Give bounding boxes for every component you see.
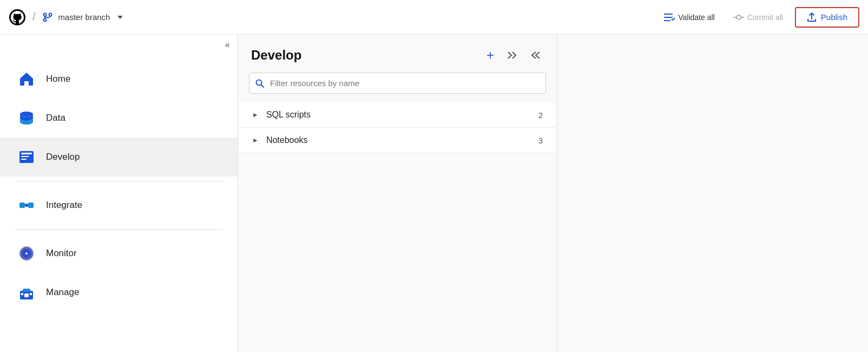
svg-point-1 [43,13,46,16]
content-title: Develop [251,48,477,63]
sidebar-item-home[interactable]: Home [0,60,238,99]
svg-point-7 [737,15,741,19]
svg-point-18 [25,204,28,207]
sidebar-nav: Home Data [0,55,238,352]
publish-icon [807,12,817,22]
sql-scripts-chevron: ► [252,111,259,119]
sidebar: « Home Da [0,35,238,352]
add-resource-button[interactable]: + [483,45,497,65]
sidebar-item-develop[interactable]: Develop [0,138,238,177]
svg-point-22 [25,252,28,255]
collapse-panel-button[interactable] [528,49,544,62]
commit-all-button[interactable]: Commit all [727,10,790,25]
sidebar-item-monitor[interactable]: Monitor [0,234,238,273]
sidebar-item-integrate-label: Integrate [46,200,82,211]
develop-icon [17,147,36,167]
svg-rect-12 [21,153,32,154]
sidebar-item-integrate[interactable]: Integrate [0,186,238,225]
search-input[interactable] [249,73,546,94]
sql-scripts-item[interactable]: ► SQL scripts 2 [239,102,556,128]
svg-point-2 [43,18,46,21]
svg-rect-30 [21,293,23,295]
integrate-icon [17,195,36,215]
notebooks-count: 3 [530,136,543,145]
content-panel: Develop + [238,35,557,352]
search-container [249,73,546,94]
top-bar: / master branch Validate all [0,0,868,35]
sql-scripts-name: SQL scripts [266,110,530,120]
svg-rect-29 [24,294,29,297]
validate-all-button[interactable]: Validate all [657,10,721,25]
data-icon [17,108,36,128]
main-layout: « Home Da [0,35,868,352]
validate-all-label: Validate all [678,13,714,22]
notebooks-item[interactable]: ► Notebooks 3 [239,128,556,153]
sidebar-divider-1 [15,181,222,181]
manage-icon [17,283,36,302]
sidebar-item-manage[interactable]: Manage [0,273,238,312]
branch-icon [42,12,53,23]
svg-rect-28 [23,289,30,292]
svg-point-3 [49,13,51,16]
sidebar-divider-2 [15,229,222,230]
home-icon [17,69,36,89]
commit-all-label: Commit all [747,13,783,22]
github-icon [9,9,26,26]
commit-icon [733,13,744,22]
collapse-items-button[interactable] [504,49,521,62]
path-separator: / [32,11,36,23]
sidebar-item-monitor-label: Monitor [46,248,77,259]
sidebar-item-data-label: Data [46,113,65,123]
svg-rect-13 [21,156,29,157]
svg-rect-16 [28,203,34,208]
sql-scripts-count: 2 [530,110,543,120]
publish-label: Publish [821,12,847,22]
resource-list: ► SQL scripts 2 ► Notebooks 3 [238,102,557,352]
svg-rect-15 [19,203,25,208]
branch-name: master branch [58,12,110,22]
notebooks-chevron: ► [252,136,259,144]
right-panel [557,35,868,352]
notebooks-name: Notebooks [266,135,530,145]
publish-button[interactable]: Publish [795,7,859,28]
sidebar-item-data[interactable]: Data [0,99,238,138]
sidebar-item-home-label: Home [46,74,70,84]
svg-rect-31 [30,293,32,295]
monitor-icon [17,244,36,263]
validate-icon [664,13,675,22]
content-header: Develop + [238,35,557,73]
sidebar-collapse-button[interactable]: « [218,35,238,55]
sidebar-item-develop-label: Develop [46,152,80,162]
svg-rect-14 [21,159,27,160]
sidebar-item-manage-label: Manage [46,287,79,298]
branch-dropdown-button[interactable] [116,14,124,21]
svg-point-10 [20,112,33,117]
